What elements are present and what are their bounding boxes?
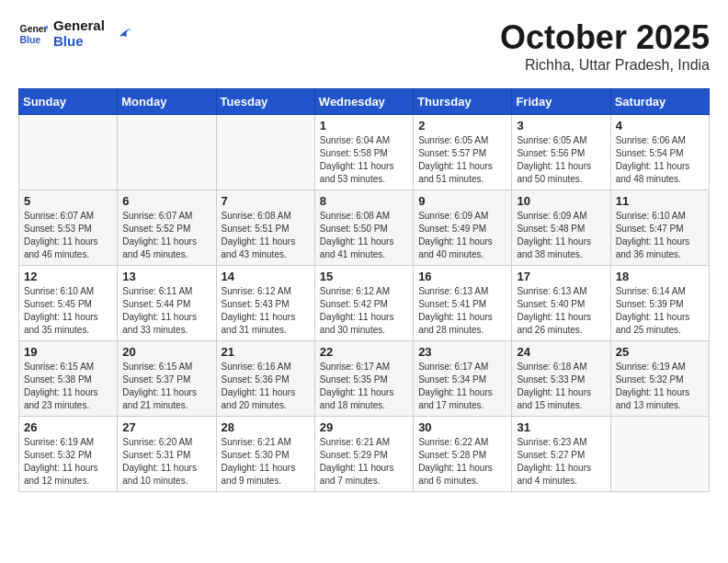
day-info: Sunrise: 6:12 AM Sunset: 5:43 PM Dayligh…	[222, 285, 310, 337]
day-info: Sunrise: 6:05 AM Sunset: 5:56 PM Dayligh…	[517, 134, 605, 186]
day-number: 15	[320, 270, 408, 283]
calendar-cell: 20Sunrise: 6:15 AM Sunset: 5:37 PM Dayli…	[118, 341, 216, 417]
day-info: Sunrise: 6:21 AM Sunset: 5:30 PM Dayligh…	[222, 436, 310, 488]
day-info: Sunrise: 6:13 AM Sunset: 5:41 PM Dayligh…	[418, 285, 506, 337]
location-subtitle: Richha, Uttar Pradesh, India	[500, 57, 710, 74]
day-number: 21	[222, 345, 310, 359]
calendar-cell: 21Sunrise: 6:16 AM Sunset: 5:36 PM Dayli…	[216, 341, 314, 417]
calendar-cell: 15Sunrise: 6:12 AM Sunset: 5:42 PM Dayli…	[314, 266, 413, 341]
day-info: Sunrise: 6:07 AM Sunset: 5:53 PM Dayligh…	[24, 210, 112, 261]
day-number: 7	[222, 194, 310, 208]
svg-text:Blue: Blue	[20, 34, 41, 44]
day-number: 8	[320, 194, 408, 208]
day-number: 20	[122, 345, 210, 359]
day-info: Sunrise: 6:21 AM Sunset: 5:29 PM Dayligh…	[320, 436, 408, 488]
day-number: 3	[517, 119, 605, 132]
svg-text:General: General	[20, 24, 48, 34]
day-number: 17	[517, 270, 605, 283]
calendar-cell: 19Sunrise: 6:15 AM Sunset: 5:38 PM Dayli…	[19, 341, 118, 417]
calendar-cell: 2Sunrise: 6:05 AM Sunset: 5:57 PM Daylig…	[414, 115, 512, 190]
day-number: 6	[122, 194, 210, 208]
calendar-cell: 8Sunrise: 6:08 AM Sunset: 5:50 PM Daylig…	[314, 190, 413, 266]
calendar-cell: 1Sunrise: 6:04 AM Sunset: 5:58 PM Daylig…	[314, 115, 413, 190]
calendar-cell: 28Sunrise: 6:21 AM Sunset: 5:30 PM Dayli…	[216, 417, 314, 492]
day-info: Sunrise: 6:15 AM Sunset: 5:38 PM Dayligh…	[24, 361, 112, 412]
logo-icon: General Blue	[18, 19, 48, 49]
weekday-header-row: SundayMondayTuesdayWednesdayThursdayFrid…	[19, 89, 710, 115]
day-number: 1	[320, 119, 408, 132]
calendar-cell: 30Sunrise: 6:22 AM Sunset: 5:28 PM Dayli…	[414, 417, 512, 492]
calendar-cell: 7Sunrise: 6:08 AM Sunset: 5:51 PM Daylig…	[216, 190, 314, 266]
weekday-thursday: Thursday	[414, 89, 512, 115]
day-info: Sunrise: 6:07 AM Sunset: 5:52 PM Dayligh…	[122, 210, 210, 261]
day-number: 11	[616, 194, 704, 208]
calendar-cell	[216, 115, 314, 190]
day-info: Sunrise: 6:20 AM Sunset: 5:31 PM Dayligh…	[122, 436, 210, 488]
day-number: 14	[222, 270, 310, 283]
calendar-cell: 22Sunrise: 6:17 AM Sunset: 5:35 PM Dayli…	[314, 341, 413, 417]
weekday-friday: Friday	[512, 89, 610, 115]
calendar-cell: 18Sunrise: 6:14 AM Sunset: 5:39 PM Dayli…	[610, 266, 709, 341]
day-number: 29	[320, 420, 408, 434]
page-header: General Blue General Blue October 2025 R…	[18, 18, 710, 74]
calendar-cell: 4Sunrise: 6:06 AM Sunset: 5:54 PM Daylig…	[610, 115, 709, 190]
day-number: 16	[418, 270, 506, 283]
calendar-cell: 25Sunrise: 6:19 AM Sunset: 5:32 PM Dayli…	[610, 341, 709, 417]
day-info: Sunrise: 6:18 AM Sunset: 5:33 PM Dayligh…	[517, 361, 605, 412]
day-info: Sunrise: 6:10 AM Sunset: 5:45 PM Dayligh…	[24, 285, 112, 337]
calendar-cell: 6Sunrise: 6:07 AM Sunset: 5:52 PM Daylig…	[118, 190, 216, 266]
day-info: Sunrise: 6:13 AM Sunset: 5:40 PM Dayligh…	[517, 285, 605, 337]
week-row-1: 1Sunrise: 6:04 AM Sunset: 5:58 PM Daylig…	[19, 115, 710, 190]
logo-general: General	[53, 18, 105, 34]
day-number: 23	[418, 345, 506, 359]
day-info: Sunrise: 6:16 AM Sunset: 5:36 PM Dayligh…	[222, 361, 310, 412]
calendar-cell	[610, 417, 709, 492]
day-info: Sunrise: 6:10 AM Sunset: 5:47 PM Dayligh…	[616, 210, 704, 261]
day-info: Sunrise: 6:09 AM Sunset: 5:49 PM Dayligh…	[418, 210, 506, 261]
calendar-cell	[118, 115, 216, 190]
day-number: 27	[122, 420, 210, 434]
day-info: Sunrise: 6:17 AM Sunset: 5:34 PM Dayligh…	[418, 361, 506, 412]
day-number: 18	[616, 270, 704, 283]
day-number: 26	[24, 420, 112, 434]
logo-bird-icon	[110, 24, 131, 44]
calendar-cell: 16Sunrise: 6:13 AM Sunset: 5:41 PM Dayli…	[414, 266, 512, 341]
calendar-cell	[19, 115, 118, 190]
day-info: Sunrise: 6:23 AM Sunset: 5:27 PM Dayligh…	[517, 436, 605, 488]
calendar-cell: 17Sunrise: 6:13 AM Sunset: 5:40 PM Dayli…	[512, 266, 610, 341]
day-info: Sunrise: 6:15 AM Sunset: 5:37 PM Dayligh…	[122, 361, 210, 412]
day-info: Sunrise: 6:14 AM Sunset: 5:39 PM Dayligh…	[616, 285, 704, 337]
day-info: Sunrise: 6:09 AM Sunset: 5:48 PM Dayligh…	[517, 210, 605, 261]
day-info: Sunrise: 6:08 AM Sunset: 5:51 PM Dayligh…	[222, 210, 310, 261]
day-number: 10	[517, 194, 605, 208]
calendar-cell: 3Sunrise: 6:05 AM Sunset: 5:56 PM Daylig…	[512, 115, 610, 190]
day-info: Sunrise: 6:17 AM Sunset: 5:35 PM Dayligh…	[320, 361, 408, 412]
month-title: October 2025	[500, 18, 710, 57]
day-number: 12	[24, 270, 112, 283]
day-number: 22	[320, 345, 408, 359]
title-block: October 2025 Richha, Uttar Pradesh, Indi…	[500, 18, 710, 74]
day-number: 24	[517, 345, 605, 359]
day-number: 2	[418, 119, 506, 132]
day-info: Sunrise: 6:12 AM Sunset: 5:42 PM Dayligh…	[320, 285, 408, 337]
day-info: Sunrise: 6:11 AM Sunset: 5:44 PM Dayligh…	[122, 285, 210, 337]
calendar-cell: 9Sunrise: 6:09 AM Sunset: 5:49 PM Daylig…	[414, 190, 512, 266]
calendar-cell: 11Sunrise: 6:10 AM Sunset: 5:47 PM Dayli…	[610, 190, 709, 266]
week-row-5: 26Sunrise: 6:19 AM Sunset: 5:32 PM Dayli…	[19, 417, 710, 492]
day-info: Sunrise: 6:19 AM Sunset: 5:32 PM Dayligh…	[24, 436, 112, 488]
day-info: Sunrise: 6:06 AM Sunset: 5:54 PM Dayligh…	[616, 134, 704, 186]
calendar-cell: 27Sunrise: 6:20 AM Sunset: 5:31 PM Dayli…	[118, 417, 216, 492]
weekday-sunday: Sunday	[19, 89, 118, 115]
day-number: 25	[616, 345, 704, 359]
weekday-wednesday: Wednesday	[314, 89, 413, 115]
calendar-cell: 29Sunrise: 6:21 AM Sunset: 5:29 PM Dayli…	[314, 417, 413, 492]
calendar-body: 1Sunrise: 6:04 AM Sunset: 5:58 PM Daylig…	[19, 115, 710, 492]
weekday-tuesday: Tuesday	[216, 89, 314, 115]
calendar-table: SundayMondayTuesdayWednesdayThursdayFrid…	[18, 88, 710, 492]
day-number: 13	[122, 270, 210, 283]
day-number: 19	[24, 345, 112, 359]
weekday-monday: Monday	[118, 89, 216, 115]
day-number: 30	[418, 420, 506, 434]
day-number: 31	[517, 420, 605, 434]
day-number: 9	[418, 194, 506, 208]
